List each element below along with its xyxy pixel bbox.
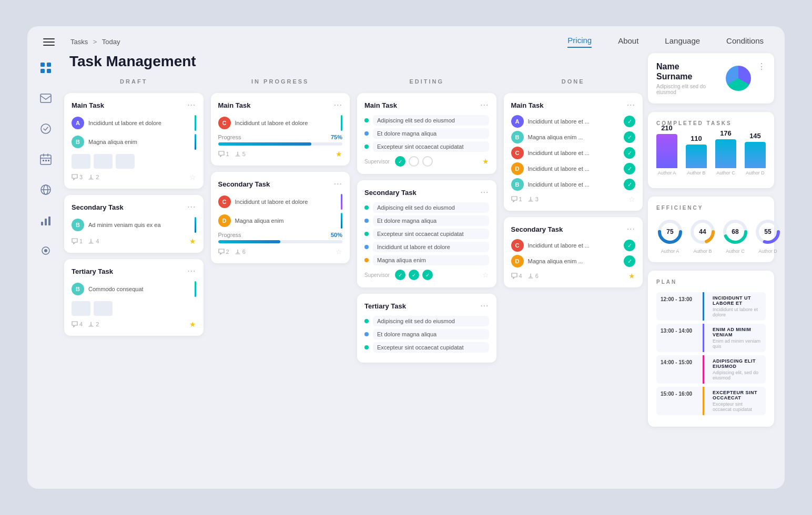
check-circle[interactable]: ✓ [395,156,405,167]
avatar: D [511,162,524,175]
check-circle[interactable]: ✓ [395,270,405,280]
progress-label: Progress 75% [218,134,343,140]
card-options-btn[interactable]: ··· [627,224,635,234]
bar-rect [656,134,677,168]
bar-value: 210 [661,124,673,132]
card-options-btn[interactable]: ··· [334,179,342,189]
progress-pct: 50% [331,232,342,238]
done-row: B Incididunt ut labore et ... ✓ [511,178,636,191]
column-done: DONE Main Task ··· A Incididunt ut labor… [504,78,643,478]
check-circle[interactable]: ✓ [422,270,433,280]
profile-section: Name Surname Adipiscing elit sed do eius… [648,53,774,104]
task-text: Incididunt ut labore et ... [528,118,620,125]
bar-chart: 210 Author A 110 Author B 176 Author C [656,133,766,176]
bar-value: 145 [749,132,761,140]
task-card: Secondary Task ··· C Incididunt ut labor… [211,172,350,263]
bullet-text: Incididunt ut labore et dolore [373,242,489,252]
sidebar-icon-grid[interactable] [36,58,55,77]
progress-bar-bg [218,142,343,146]
nav-pricing[interactable]: Pricing [567,36,592,48]
check-circle[interactable]: ✓ [409,270,419,280]
plan-info: EXCEPTEUR SINT OCCAECAT Excepteur sint o… [708,387,766,415]
sidebar-icon-calendar[interactable] [36,150,55,169]
task-text: Incididunt ut labore et dolore [235,120,337,126]
task-card-header: Secondary Task ··· [511,224,636,234]
donut-col: 44 Author B [689,218,716,254]
donut-wrap: 68 [722,218,749,245]
star-icon[interactable]: ☆ [189,173,196,181]
bar-rect [715,139,736,168]
plan-row: 13:00 - 14:00 ENIM AD MINIM VENIAM Enim … [656,324,766,352]
sidebar-icon-globe[interactable] [36,180,55,199]
star-icon[interactable]: ☆ [628,195,635,203]
progress-bar-fill [218,142,311,146]
bullet-dot [364,332,369,336]
nav-links: Pricing About Language Conditions [567,36,764,48]
check-circle[interactable] [409,156,419,167]
card-options-btn[interactable]: ··· [187,202,196,212]
svg-point-5 [41,124,50,133]
done-check: ✓ [624,147,635,159]
donut-row: 75 Author A 44 Author B [656,218,766,254]
nav-about[interactable]: About [618,36,638,47]
progress-pct: 75% [331,134,342,140]
bar-rect [745,142,766,168]
task-row: B Commodo consequat [72,281,196,297]
card-options-btn[interactable]: ··· [334,100,342,110]
star-icon[interactable]: ☆ [336,248,342,256]
col-header-inprogress: IN PROGRESS [211,78,350,85]
avatar: C [511,147,524,159]
card-footer: 4 2 ★ [72,320,196,328]
avatar: B [72,136,84,148]
plan-task-title: ENIM AD MINIM VENIAM [713,327,762,337]
card-options-btn[interactable]: ··· [480,188,489,197]
bullet-dot [364,131,369,136]
column-editing: EDITING Main Task ··· Adipiscing elit se… [357,78,496,478]
nav-language[interactable]: Language [665,36,700,47]
progress-text: Progress [218,134,241,140]
plan-divider [703,355,704,384]
card-options-btn[interactable]: ··· [480,100,489,110]
star-icon[interactable]: ★ [482,157,489,166]
plan-time: 15:00 - 16:00 [656,387,698,415]
svg-rect-12 [41,222,43,225]
hamburger-menu[interactable] [43,38,55,46]
sidebar-icon-settings[interactable] [36,241,55,260]
nav-conditions[interactable]: Conditions [726,36,764,47]
task-text: Ad minim veniam quis ex ea [88,222,190,228]
task-card-header: Secondary Task ··· [218,179,343,189]
bullet-dot [364,319,369,323]
comment-count: 4 [511,273,522,279]
task-row: C Incididunt ut labore et dolore [218,115,343,131]
task-title: Secondary Task [511,225,563,233]
image-row [72,154,196,169]
check-circle[interactable] [422,156,433,167]
star-icon[interactable]: ★ [336,150,342,158]
main-layout: Task Management DRAFT Main Task ··· A In… [27,53,785,489]
card-options-btn[interactable]: ··· [627,100,635,110]
task-title: Secondary Task [218,180,270,188]
card-options-btn[interactable]: ··· [187,266,196,276]
progress-label: Progress 50% [218,232,343,238]
svg-point-16 [44,249,47,252]
plan-task-sub: Enim ad minim veniam quis [713,338,762,349]
profile-options-btn[interactable]: ⋮ [757,61,766,71]
accent-bar [195,115,196,131]
star-icon[interactable]: ★ [628,272,635,280]
star-icon[interactable]: ☆ [482,271,489,279]
plan-info: ENIM AD MINIM VENIAM Enim ad minim venia… [708,324,766,352]
column-draft: DRAFT Main Task ··· A Incididunt ut labo… [64,78,204,478]
star-icon[interactable]: ★ [189,320,196,328]
sidebar-icon-check[interactable] [36,119,55,138]
card-footer: 1 5 ★ [218,150,343,158]
star-icon[interactable]: ★ [189,237,196,245]
card-options-btn[interactable]: ··· [480,301,489,311]
card-options-btn[interactable]: ··· [187,100,196,110]
accent-bar [195,134,196,150]
accent-bar [341,115,342,131]
task-card: Main Task ··· A Incididunt ut labore et … [504,93,643,211]
card-footer: 1 3 ☆ [511,195,636,203]
sidebar-icon-chart[interactable] [36,211,55,230]
sidebar-icon-mail[interactable] [36,89,55,108]
task-card: Main Task ··· C Incididunt ut labore et … [211,93,350,166]
